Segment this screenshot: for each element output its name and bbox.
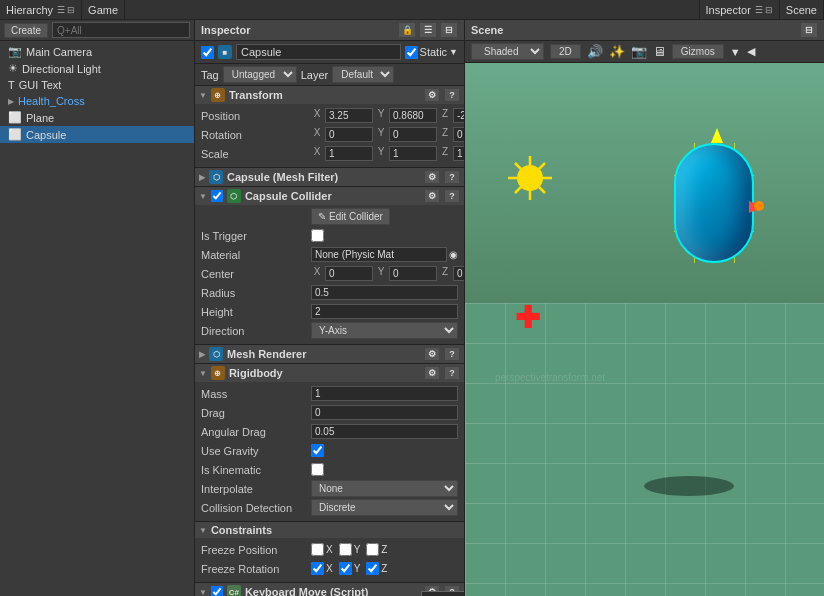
scene-tab-label-top: Scene bbox=[786, 4, 817, 16]
edit-collider-button[interactable]: ✎ Edit Collider bbox=[311, 208, 390, 225]
hier-main-camera[interactable]: 📷 Main Camera bbox=[0, 43, 194, 60]
position-x[interactable] bbox=[325, 108, 373, 123]
fp-z-checkbox[interactable] bbox=[366, 543, 379, 556]
position-z[interactable] bbox=[453, 108, 464, 123]
freeze-rotation-label: Freeze Rotation bbox=[201, 563, 311, 575]
inspector-menu-icon[interactable]: ☰ bbox=[419, 22, 437, 38]
radius-input[interactable] bbox=[311, 285, 458, 300]
scale-z[interactable] bbox=[453, 146, 464, 161]
mesh-renderer-help-icon[interactable]: ? bbox=[444, 347, 460, 361]
inspector-tab[interactable]: Inspector ☰ ⊟ bbox=[700, 0, 780, 19]
mesh-renderer-actions: ⚙ ? bbox=[424, 347, 460, 361]
gizmos-button[interactable]: Gizmos bbox=[672, 44, 724, 59]
scene-minimize-icon[interactable]: ⊟ bbox=[800, 22, 818, 38]
nav-left-icon[interactable]: ◀ bbox=[747, 45, 755, 58]
angular-drag-input[interactable] bbox=[311, 424, 458, 439]
inspector-minimize-icon[interactable]: ⊟ bbox=[440, 22, 458, 38]
position-y[interactable] bbox=[389, 108, 437, 123]
create-button[interactable]: Create bbox=[4, 23, 48, 38]
mesh-renderer-header[interactable]: ▶ ⬡ Mesh Renderer ⚙ ? bbox=[195, 345, 464, 363]
collider-settings-icon[interactable]: ⚙ bbox=[424, 189, 440, 203]
static-dropdown-icon[interactable]: ▼ bbox=[449, 47, 458, 57]
fr-z-checkbox[interactable] bbox=[366, 562, 379, 575]
hier-health-cross[interactable]: ▶ Health_Cross bbox=[0, 93, 194, 109]
scale-x[interactable] bbox=[325, 146, 373, 161]
direction-dropdown[interactable]: Y-Axis bbox=[311, 322, 458, 339]
drag-input[interactable] bbox=[311, 405, 458, 420]
rigidbody-actions: ⚙ ? bbox=[424, 366, 460, 380]
main-layout: Create 📷 Main Camera ☀ Directional Light… bbox=[0, 20, 824, 596]
rigidbody-icon: ⊕ bbox=[211, 366, 225, 380]
display-icon[interactable]: 🖥 bbox=[653, 44, 666, 59]
tag-label: Tag bbox=[201, 69, 219, 81]
interpolate-dropdown[interactable]: None bbox=[311, 480, 458, 497]
rigidbody-help-icon[interactable]: ? bbox=[444, 366, 460, 380]
fr-y-checkbox[interactable] bbox=[339, 562, 352, 575]
is-kinematic-checkbox[interactable] bbox=[311, 463, 324, 476]
camera-icon[interactable]: 📷 bbox=[631, 44, 647, 59]
collision-detection-dropdown[interactable]: Discrete bbox=[311, 499, 458, 516]
object-name-input[interactable] bbox=[236, 44, 401, 60]
mesh-filter-help-icon[interactable]: ? bbox=[444, 170, 460, 184]
rotation-x[interactable] bbox=[325, 127, 373, 142]
hierarchy-search[interactable] bbox=[52, 22, 190, 38]
freeze-position-label: Freeze Position bbox=[201, 544, 311, 556]
mass-input[interactable] bbox=[311, 386, 458, 401]
active-checkbox[interactable] bbox=[201, 46, 214, 59]
fp-x-checkbox[interactable] bbox=[311, 543, 324, 556]
use-gravity-label: Use Gravity bbox=[201, 445, 311, 457]
inspector-lock-icon[interactable]: 🔒 bbox=[398, 22, 416, 38]
hierarchy-tab[interactable]: Hierarchy ☰ ⊟ bbox=[0, 0, 82, 19]
keyboard-move-icon: C# bbox=[227, 585, 241, 596]
mesh-filter-header[interactable]: ▶ ⬡ Capsule (Mesh Filter) ⚙ ? bbox=[195, 168, 464, 186]
scene-tab-top[interactable]: Scene bbox=[780, 0, 824, 19]
game-tab[interactable]: Game bbox=[82, 0, 125, 19]
capsule-3d-object[interactable] bbox=[664, 123, 764, 283]
height-input[interactable] bbox=[311, 304, 458, 319]
transform-settings-icon[interactable]: ⚙ bbox=[424, 88, 440, 102]
hier-gui-text[interactable]: T GUI Text bbox=[0, 77, 194, 93]
capsule-collider-header[interactable]: ▼ ⬡ Capsule Collider ⚙ ? bbox=[195, 187, 464, 205]
constraints-header[interactable]: ▼ Constraints bbox=[195, 522, 464, 538]
effects-icon[interactable]: ✨ bbox=[609, 44, 625, 59]
shaded-dropdown[interactable]: Shaded bbox=[471, 43, 544, 60]
svg-line-7 bbox=[539, 187, 545, 193]
2d-button[interactable]: 2D bbox=[550, 44, 581, 59]
rigidbody-settings-icon[interactable]: ⚙ bbox=[424, 366, 440, 380]
scene-title: Scene bbox=[471, 24, 503, 36]
rotation-z[interactable] bbox=[453, 127, 464, 142]
capsule-icon: ⬜ bbox=[8, 128, 22, 141]
collider-enabled-checkbox[interactable] bbox=[211, 190, 223, 202]
rotation-y[interactable] bbox=[389, 127, 437, 142]
center-y[interactable] bbox=[389, 266, 437, 281]
inspector-scroll: ▼ ⊕ Transform ⚙ ? Position X Y bbox=[195, 86, 464, 596]
keyboard-move-enabled-checkbox[interactable] bbox=[211, 586, 223, 596]
layer-dropdown[interactable]: Default bbox=[332, 66, 394, 83]
use-gravity-checkbox[interactable] bbox=[311, 444, 324, 457]
center-z[interactable] bbox=[453, 266, 464, 281]
transform-help-icon[interactable]: ? bbox=[444, 88, 460, 102]
health-cross-label: Health_Cross bbox=[18, 95, 85, 107]
static-checkbox[interactable] bbox=[405, 46, 418, 59]
rigidbody-header[interactable]: ▼ ⊕ Rigidbody ⚙ ? bbox=[195, 364, 464, 382]
collider-help-icon[interactable]: ? bbox=[444, 189, 460, 203]
freeze-position-row: Freeze Position X Y bbox=[201, 541, 458, 558]
hier-plane[interactable]: ⬜ Plane bbox=[0, 109, 194, 126]
mesh-filter-icon: ⬡ bbox=[209, 170, 223, 184]
mesh-renderer-settings-icon[interactable]: ⚙ bbox=[424, 347, 440, 361]
hier-capsule[interactable]: ⬜ Capsule bbox=[0, 126, 194, 143]
audio-icon[interactable]: 🔊 bbox=[587, 44, 603, 59]
tag-dropdown[interactable]: Untagged bbox=[223, 66, 297, 83]
transform-header[interactable]: ▼ ⊕ Transform ⚙ ? bbox=[195, 86, 464, 104]
mesh-filter-settings-icon[interactable]: ⚙ bbox=[424, 170, 440, 184]
fp-y-checkbox[interactable] bbox=[339, 543, 352, 556]
scene-view[interactable]: ✚ perspectivetransform.net bbox=[465, 63, 824, 596]
gizmos-dropdown-icon[interactable]: ▼ bbox=[730, 46, 741, 58]
center-x[interactable] bbox=[325, 266, 373, 281]
fr-x-checkbox[interactable] bbox=[311, 562, 324, 575]
fr-x-item: X bbox=[311, 562, 333, 575]
hier-directional-light[interactable]: ☀ Directional Light bbox=[0, 60, 194, 77]
is-trigger-checkbox[interactable] bbox=[311, 229, 324, 242]
material-picker-icon[interactable]: ◉ bbox=[449, 249, 458, 260]
scale-y[interactable] bbox=[389, 146, 437, 161]
